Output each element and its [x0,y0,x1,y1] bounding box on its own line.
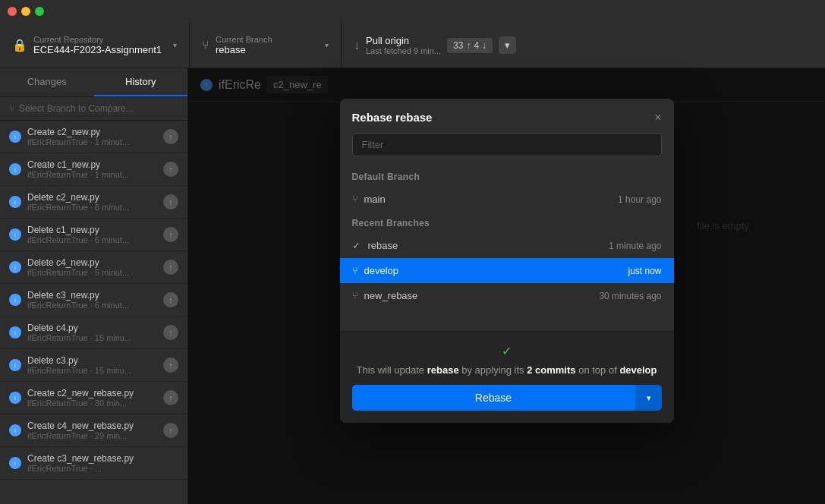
commit-meta: ifEricReturnTrue · 6 minut... [27,203,157,212]
commit-item[interactable]: i Create c2_new_rebase.py ifEricReturnTr… [0,382,187,414]
rebase-modal: Rebase rebase × Default Branch ⑂ main 1 … [340,99,674,423]
commit-item[interactable]: i Delete c3_new.py ifEricReturnTrue · 6 … [0,284,187,317]
footer-branch2: develop [619,364,657,376]
push-icon: ↑ [163,227,178,242]
commit-meta: ifEricReturnTrue · 15 minu... [27,366,157,375]
commit-avatar: i [9,359,21,371]
rebase-dropdown-button[interactable]: ▾ [635,385,662,411]
branch-time-new-rebase: 30 minutes ago [599,291,661,301]
minimize-button[interactable] [21,7,30,16]
commit-item[interactable]: i Delete c1_new.py ifEricReturnTrue · 6 … [0,219,187,251]
filter-input[interactable] [352,133,662,156]
commit-avatar: i [9,131,21,143]
commit-avatar: i [9,424,21,436]
down-arrow-icon: ↓ [482,40,486,51]
commit-info: Create c1_new.py ifEricReturnTrue · 1 mi… [27,159,157,179]
footer-check-icon: ✓ [352,344,662,358]
pull-section: ↓ Pull origin Last fetched 9 min... 33 ↑… [342,23,825,68]
commit-avatar: i [9,457,21,469]
commit-info: Delete c1_new.py ifEricReturnTrue · 6 mi… [27,225,157,244]
commit-item[interactable]: i Create c1_new.py ifEricReturnTrue · 1 … [0,153,187,186]
modal-filter [352,133,662,156]
compare-branch-selector[interactable]: ⑂ Select Branch to Compare... [0,97,187,121]
pull-dropdown-button[interactable]: ▾ [499,36,516,54]
commit-avatar: i [9,163,21,175]
commit-title: Delete c4.py [27,323,157,333]
commit-avatar: i [9,294,21,306]
modal-close-button[interactable]: × [654,112,661,124]
rebase-button-row: Rebase ▾ [352,385,662,411]
commit-item[interactable]: i Delete c4_new.py ifEricReturnTrue · 5 … [0,251,187,284]
commit-meta: ifEricReturnTrue · 30 min... [27,398,157,408]
repo-label: Current Repository [33,35,162,44]
commit-avatar: i [9,196,21,208]
commit-info: Create c2_new.py ifEricReturnTrue · 1 mi… [27,127,157,146]
repo-info: Current Repository ECE444-F2023-Assignme… [33,35,162,55]
commit-meta: ifEricReturnTrue · 15 minu... [27,333,157,342]
branch-icon-main: ⑂ [352,194,358,205]
checkmark-icon: ✓ [352,240,361,251]
commit-title: Create c4_new_rebase.py [27,421,157,431]
tab-history[interactable]: History [94,68,188,96]
branch-icon-develop: ⑂ [352,265,358,276]
rebase-main-button[interactable]: Rebase [352,385,635,411]
commit-item[interactable]: i Create c4_new_rebase.py ifEricReturnTr… [0,414,187,447]
count-down: 4 [474,40,479,51]
push-icon: ↑ [163,162,178,177]
commit-item[interactable]: i Delete c2_new.py ifEricReturnTrue · 6 … [0,186,187,219]
titlebar [0,0,825,23]
commit-avatar: i [9,261,21,273]
branch-icon-new-rebase: ⑂ [352,290,358,301]
branch-row-rebase[interactable]: ✓ rebase 1 minute ago [340,233,674,258]
commit-title: Delete c1_new.py [27,225,157,235]
commit-info: Delete c3_new.py ifEricReturnTrue · 6 mi… [27,290,157,310]
close-button[interactable] [8,7,17,16]
default-branch-label: Default Branch [340,165,674,187]
compare-icon: ⑂ [9,103,14,114]
footer-branch1: rebase [427,364,459,376]
repo-dropdown-icon[interactable]: ▾ [173,41,177,49]
repo-name: ECE444-F2023-Assignment1 [33,44,162,55]
commit-info: Create c4_new_rebase.py ifEricReturnTrue… [27,421,157,440]
modal-overlay: Rebase rebase × Default Branch ⑂ main 1 … [188,68,825,504]
branch-dropdown-icon[interactable]: ▾ [325,41,329,49]
footer-message: This will update rebase by applying its … [352,364,662,376]
push-icon: ↑ [163,423,178,438]
commit-item[interactable]: i Delete c4.py ifEricReturnTrue · 15 min… [0,317,187,349]
footer-commits: 2 commits [527,364,575,376]
commit-title: Create c1_new.py [27,159,157,170]
pull-subtitle: Last fetched 9 min... [366,46,441,55]
branch-name-rebase: rebase [368,240,603,251]
push-icon: ↑ [163,292,178,307]
commit-item[interactable]: i Delete c3.py ifEricReturnTrue · 15 min… [0,349,187,382]
commit-title: Create c3_new_rebase.py [27,453,178,464]
tab-changes[interactable]: Changes [0,68,94,96]
push-icon: ↑ [163,390,178,405]
commit-title: Create c2_new_rebase.py [27,388,157,398]
modal-header: Rebase rebase × [340,99,674,124]
compare-label: Select Branch to Compare... [19,103,134,114]
toolbar: 🔒 Current Repository ECE444-F2023-Assign… [0,23,825,68]
branch-name-develop: develop [364,265,622,276]
branch-row-new-rebase[interactable]: ⑂ new_rebase 30 minutes ago [340,283,674,308]
sidebar-tabs: Changes History [0,68,187,97]
commit-item[interactable]: i Create c2_new.py ifEricReturnTrue · 1 … [0,121,187,153]
commit-title: Delete c2_new.py [27,192,157,203]
repo-section[interactable]: 🔒 Current Repository ECE444-F2023-Assign… [0,23,190,68]
branch-row-main[interactable]: ⑂ main 1 hour ago [340,187,674,212]
up-arrow-icon: ↑ [466,40,471,51]
recent-branches-label: Recent Branches [340,212,674,233]
commit-item[interactable]: i Create c3_new_rebase.py ifEricReturnTr… [0,447,187,480]
branch-row-develop[interactable]: ⑂ develop just now [340,258,674,283]
maximize-button[interactable] [35,7,44,16]
commit-avatar: i [9,326,21,339]
push-icon: ↑ [163,260,178,275]
main-content: i ifEricRe c2_new_re file is empty Rebas… [188,68,825,504]
branch-section[interactable]: ⑂ Current Branch rebase ▾ [190,23,342,68]
modal-title: Rebase rebase [352,111,433,124]
commit-info: Create c3_new_rebase.py ifEricReturnTrue… [27,453,178,473]
repo-icon: 🔒 [12,38,27,52]
commit-meta: ifEricReturnTrue · 5 minut... [27,268,157,277]
branch-time-main: 1 hour ago [618,194,661,205]
app-body: Changes History ⑂ Select Branch to Compa… [0,68,825,504]
